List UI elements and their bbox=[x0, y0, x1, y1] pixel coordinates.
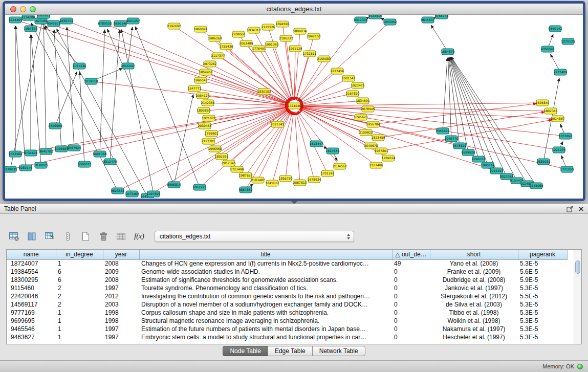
graph-node[interactable]: 2073262 bbox=[203, 61, 217, 67]
graph-node[interactable]: 1776451 bbox=[252, 46, 266, 52]
graph-node[interactable]: 8312304 bbox=[354, 17, 368, 23]
new-table-button[interactable] bbox=[79, 230, 92, 243]
minimize-window-button[interactable] bbox=[20, 6, 26, 12]
graph-node[interactable]: 1732511 bbox=[303, 51, 317, 57]
graph-node[interactable]: 1845612 bbox=[266, 180, 279, 186]
graph-edge[interactable] bbox=[296, 54, 310, 100]
table-cell[interactable]: Yano et al. (2008) bbox=[430, 259, 518, 268]
table-cell[interactable]: 0 bbox=[392, 268, 430, 276]
table-cell[interactable]: 1997 bbox=[103, 325, 139, 333]
graph-edge[interactable] bbox=[46, 107, 288, 151]
graph-node[interactable]: 1971071 bbox=[202, 115, 216, 121]
table-settings-button[interactable] bbox=[7, 230, 20, 243]
table-cell[interactable]: 19384554 bbox=[7, 268, 56, 276]
table-cell[interactable]: Corpus callosum shape and size in male p… bbox=[139, 309, 392, 317]
graph-node[interactable]: 9912253 bbox=[490, 168, 504, 174]
show-columns-button[interactable] bbox=[25, 230, 38, 243]
graph-node[interactable]: 1894596 bbox=[276, 21, 290, 27]
table-cell[interactable]: Tourette syndrome. Phenomenology and cla… bbox=[139, 284, 392, 292]
column-header-4[interactable]: △ out_de… bbox=[392, 250, 430, 259]
graph-node[interactable]: 1934317 bbox=[247, 27, 261, 33]
graph-node[interactable]: 9590142 bbox=[549, 26, 562, 32]
graph-node[interactable]: 1834591 bbox=[356, 98, 370, 104]
graph-node[interactable]: 8689920 bbox=[462, 149, 475, 156]
table-cell[interactable]: Hescheler et al. (1997) bbox=[430, 333, 518, 341]
table-cell[interactable]: 49 bbox=[392, 259, 430, 268]
table-cell[interactable]: 5.3E-5 bbox=[518, 325, 567, 333]
graph-node[interactable]: 9567813 bbox=[37, 15, 51, 18]
graph-edge[interactable] bbox=[204, 106, 288, 111]
graph-edge[interactable] bbox=[298, 111, 340, 166]
graph-node[interactable]: 2192697 bbox=[167, 23, 181, 29]
graph-node[interactable]: 1513447 bbox=[310, 141, 323, 147]
close-window-button[interactable] bbox=[10, 6, 16, 12]
graph-node[interactable]: 8734691 bbox=[24, 150, 38, 156]
graph-edge[interactable] bbox=[57, 29, 147, 196]
table-cell[interactable]: 1 bbox=[56, 325, 103, 333]
table-cell[interactable]: Jankovic et al. (1997) bbox=[430, 284, 518, 292]
table-cell[interactable]: 9699695 bbox=[7, 317, 56, 325]
graph-edge[interactable] bbox=[15, 20, 289, 104]
graph-node[interactable]: 1097896 bbox=[147, 191, 161, 197]
table-cell[interactable]: 2003 bbox=[103, 300, 139, 309]
graph-node[interactable]: 1892351 bbox=[215, 154, 229, 160]
graph-edge[interactable] bbox=[44, 27, 132, 194]
tab-edge-table[interactable]: Edge Table bbox=[268, 346, 313, 356]
graph-node[interactable]: 9134208 bbox=[21, 15, 35, 20]
graph-node[interactable]: 1856790 bbox=[279, 176, 293, 182]
table-cell[interactable]: 0 bbox=[392, 300, 430, 309]
graph-edge[interactable] bbox=[10, 21, 42, 169]
table-row[interactable]: 969969511998Structural magnetic resonanc… bbox=[7, 317, 567, 325]
graph-node[interactable]: 2125526 bbox=[262, 24, 275, 30]
graph-node[interactable]: 9067925 bbox=[193, 184, 207, 190]
graph-node[interactable]: 8756748 bbox=[435, 15, 449, 19]
zoom-window-button[interactable] bbox=[30, 6, 36, 12]
table-cell[interactable]: Wolkin et al. (1998) bbox=[430, 317, 518, 325]
table-cell[interactable]: 2009 bbox=[103, 268, 139, 276]
graph-node[interactable]: 1073469 bbox=[125, 191, 139, 197]
table-cell[interactable]: 6 bbox=[56, 276, 103, 284]
table-cell[interactable]: 5.3E-5 bbox=[518, 300, 567, 309]
column-header-0[interactable]: name bbox=[7, 250, 56, 259]
table-cell[interactable]: 5.6E-5 bbox=[518, 268, 567, 276]
table-row[interactable]: 1938455462009Genome-wide association stu… bbox=[7, 268, 567, 276]
table-cell[interactable]: 2 bbox=[56, 292, 103, 300]
graph-node[interactable]: 2142356 bbox=[201, 100, 215, 106]
graph-node[interactable]: 9689031 bbox=[537, 159, 551, 165]
graph-edge[interactable] bbox=[16, 26, 26, 168]
table-cell[interactable]: Changes of HCN gene expression and I(f) … bbox=[139, 259, 392, 268]
column-header-1[interactable]: in_degree bbox=[56, 250, 103, 259]
graph-node[interactable]: 9623581 bbox=[111, 188, 125, 194]
table-cell[interactable]: 1997 bbox=[103, 333, 139, 341]
graph-node[interactable]: 2155083 bbox=[317, 56, 331, 62]
table-cell[interactable]: Tibbo et al. (1998) bbox=[430, 309, 518, 317]
graph-node[interactable]: 8224405 bbox=[9, 17, 23, 23]
graph-node[interactable]: 1053452 bbox=[383, 19, 397, 25]
graph-edge[interactable] bbox=[431, 25, 448, 52]
graph-node[interactable]: 9277409 bbox=[554, 69, 568, 75]
table-cell[interactable]: Embryonic stem cells: a model to study s… bbox=[139, 333, 392, 341]
graph-node[interactable]: 9423415 bbox=[368, 15, 382, 19]
graph-node[interactable]: 9867859 bbox=[239, 187, 253, 193]
graph-node[interactable]: 1956784 bbox=[366, 121, 380, 127]
graph-node[interactable]: 1978934 bbox=[308, 177, 321, 183]
column-header-2[interactable]: year bbox=[103, 250, 139, 259]
column-header-3[interactable]: title bbox=[139, 250, 392, 259]
graph-node[interactable]: 1803895 bbox=[197, 107, 211, 114]
graph-node[interactable]: 1967801 bbox=[375, 148, 388, 154]
graph-node[interactable]: 2054124 bbox=[196, 93, 210, 99]
float-panel-button[interactable] bbox=[567, 206, 573, 212]
graph-edge[interactable] bbox=[272, 45, 292, 100]
graph-node[interactable]: 9645637 bbox=[421, 17, 435, 23]
table-cell[interactable]: 2 bbox=[56, 300, 103, 309]
graph-node[interactable]: 2123406 bbox=[369, 162, 383, 168]
graph-node[interactable]: 2063489 bbox=[239, 40, 253, 47]
table-cell[interactable]: 5.3E-5 bbox=[518, 309, 567, 317]
table-cell[interactable]: Structural magnetic resonance image aver… bbox=[139, 317, 392, 325]
graph-node[interactable]: 2526995 bbox=[49, 123, 62, 129]
table-row[interactable]: 977716911998Corpus callosum shape and si… bbox=[7, 309, 567, 317]
graph-edge[interactable] bbox=[31, 35, 41, 165]
graph-node[interactable]: 2016047 bbox=[121, 63, 135, 69]
table-row[interactable]: 1830029562008Estimation of significance … bbox=[7, 276, 567, 284]
graph-node[interactable]: 1023456 bbox=[34, 18, 48, 24]
